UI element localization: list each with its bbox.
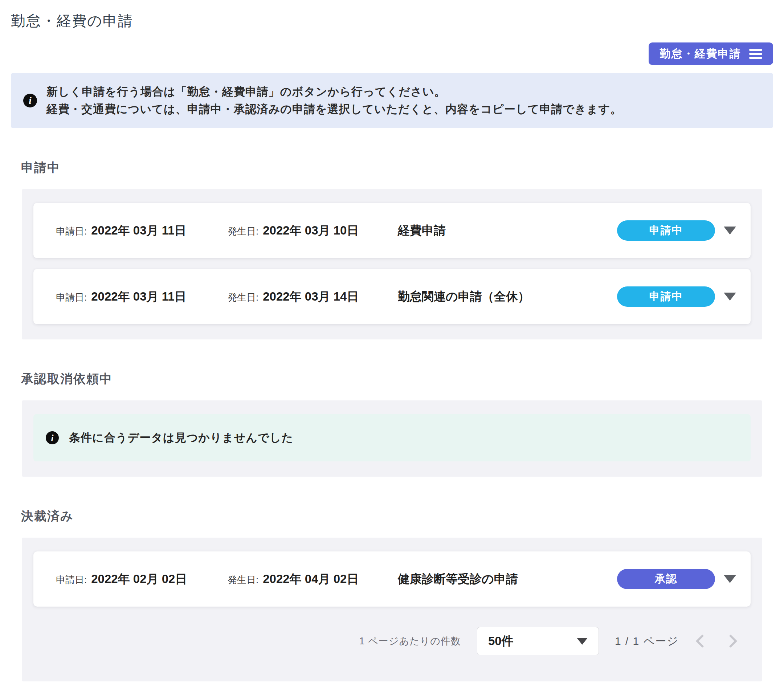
chevron-down-icon[interactable] — [724, 575, 736, 583]
occurrence-date-value: 2022年 03月 14日 — [263, 288, 359, 305]
section-pending: 申請日: 2022年 03月 11日 発生日: 2022年 03月 10日 経費… — [22, 189, 762, 339]
occurrence-date-value: 2022年 04月 02日 — [263, 571, 359, 587]
section-heading-approved: 決裁済み — [21, 508, 773, 524]
chevron-down-icon[interactable] — [724, 227, 736, 234]
chevron-left-icon[interactable] — [696, 634, 709, 648]
request-type: 健康診断等受診の申請 — [389, 571, 609, 587]
application-date-value: 2022年 03月 11日 — [91, 222, 186, 239]
section-heading-pending: 申請中 — [21, 159, 773, 176]
request-type: 勤怠関連の申請（全休） — [389, 288, 609, 305]
application-date-label: 申請日: — [56, 225, 87, 238]
occurrence-date-cell: 発生日: 2022年 03月 14日 — [220, 288, 389, 305]
application-date-cell: 申請日: 2022年 03月 11日 — [56, 222, 220, 239]
request-card[interactable]: 申請日: 2022年 03月 11日 発生日: 2022年 03月 14日 勤怠… — [33, 269, 751, 324]
application-date-cell: 申請日: 2022年 03月 11日 — [56, 288, 220, 305]
occurrence-date-cell: 発生日: 2022年 04月 02日 — [220, 571, 389, 587]
per-page-value: 50件 — [488, 633, 514, 649]
header-actions: 勤怠・経費申請 — [11, 43, 773, 65]
request-card[interactable]: 申請日: 2022年 03月 11日 発生日: 2022年 03月 10日 経費… — [33, 203, 751, 258]
chevron-right-icon[interactable] — [724, 634, 738, 648]
status-badge: 承認 — [617, 569, 715, 589]
empty-state-banner: i 条件に合うデータは見つかりませんでした — [33, 414, 751, 461]
occurrence-date-label: 発生日: — [227, 225, 259, 238]
application-date-label: 申請日: — [56, 573, 87, 586]
info-icon: i — [46, 431, 59, 444]
chevron-down-icon[interactable] — [724, 293, 736, 301]
status-badge: 申請中 — [617, 220, 715, 241]
page-indicator: 1 / 1 ページ — [615, 634, 679, 649]
request-type: 経費申請 — [389, 222, 609, 239]
section-cancel-request: i 条件に合うデータは見つかりませんでした — [22, 400, 762, 477]
empty-state-message: 条件に合うデータは見つかりませんでした — [69, 430, 293, 445]
notice-line-1: 新しく申請を行う場合は「勤怠・経費申請」のボタンから行ってください。 — [46, 83, 622, 101]
section-heading-cancel-request: 承認取消依頼中 — [21, 371, 773, 387]
section-approved: 申請日: 2022年 02月 02日 発生日: 2022年 04月 02日 健康… — [22, 538, 762, 681]
per-page-label: 1 ページあたりの件数 — [359, 634, 461, 648]
status-badge: 申請中 — [617, 287, 715, 307]
menu-icon — [749, 49, 762, 59]
occurrence-date-value: 2022年 03月 10日 — [263, 222, 359, 239]
page-nav — [698, 636, 735, 646]
occurrence-date-label: 発生日: — [227, 573, 259, 586]
occurrence-date-cell: 発生日: 2022年 03月 10日 — [220, 222, 389, 239]
new-request-button[interactable]: 勤怠・経費申請 — [649, 43, 773, 65]
status-dropdown[interactable]: 承認 — [609, 562, 736, 596]
application-date-value: 2022年 03月 11日 — [91, 288, 186, 305]
request-card[interactable]: 申請日: 2022年 02月 02日 発生日: 2022年 04月 02日 健康… — [33, 552, 751, 606]
status-dropdown[interactable]: 申請中 — [609, 280, 736, 313]
status-dropdown[interactable]: 申請中 — [609, 214, 736, 247]
pagination: 1 ページあたりの件数 50件 1 / 1 ページ — [33, 627, 751, 666]
notice-line-2: 経費・交通費については、申請中・承認済みの申請を選択していただくと、内容をコピー… — [46, 101, 622, 118]
dropdown-caret-icon — [577, 638, 588, 645]
info-icon: i — [23, 94, 37, 107]
per-page-select[interactable]: 50件 — [477, 627, 599, 655]
attendance-expense-request-page: 勤怠・経費の申請 勤怠・経費申請 i 新しく申請を行う場合は「勤怠・経費申請」の… — [0, 0, 784, 681]
application-date-label: 申請日: — [56, 291, 87, 304]
new-request-button-label: 勤怠・経費申請 — [660, 46, 741, 61]
application-date-cell: 申請日: 2022年 02月 02日 — [56, 571, 220, 587]
page-title: 勤怠・経費の申請 — [11, 11, 773, 31]
occurrence-date-label: 発生日: — [227, 291, 259, 304]
notice-banner: i 新しく申請を行う場合は「勤怠・経費申請」のボタンから行ってください。 経費・… — [11, 73, 773, 128]
notice-text: 新しく申請を行う場合は「勤怠・経費申請」のボタンから行ってください。 経費・交通… — [46, 83, 622, 118]
application-date-value: 2022年 02月 02日 — [91, 571, 187, 587]
